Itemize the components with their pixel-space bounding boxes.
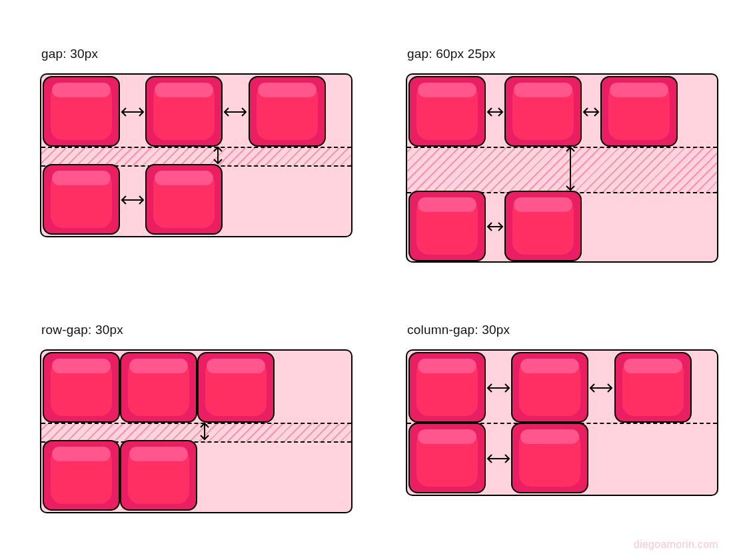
flex-item xyxy=(408,76,486,147)
column-gap-arrow-icon xyxy=(486,106,504,118)
panel-gap-30: gap: 30px xyxy=(40,47,353,263)
flex-item xyxy=(120,352,197,423)
flex-item xyxy=(43,440,120,511)
panel-row-gap-30: row-gap: 30px xyxy=(40,323,353,513)
panel-label: gap: 60px 25px xyxy=(407,47,718,61)
panel-label: column-gap: 30px xyxy=(407,323,718,337)
row-gap-indicator xyxy=(407,147,717,193)
column-gap-arrow-icon xyxy=(121,194,145,206)
column-gap-arrow-icon xyxy=(486,221,504,233)
flex-item xyxy=(600,76,678,147)
panel-grid: gap: 30px xyxy=(40,47,693,513)
flex-item xyxy=(408,352,486,423)
panel-label: row-gap: 30px xyxy=(41,323,353,337)
column-gap-arrow-icon xyxy=(223,106,247,118)
flex-item xyxy=(249,76,326,147)
flex-item xyxy=(43,76,120,147)
flex-item xyxy=(614,352,692,423)
column-gap-arrow-icon xyxy=(582,106,600,118)
column-gap-arrow-icon xyxy=(121,106,145,118)
column-gap-arrow-icon xyxy=(486,382,510,394)
flex-container xyxy=(406,73,718,263)
flex-item xyxy=(197,352,275,423)
flex-item xyxy=(408,191,486,261)
flex-item xyxy=(120,440,197,511)
flex-item xyxy=(511,423,588,493)
column-gap-arrow-icon xyxy=(486,453,510,465)
flex-item xyxy=(43,164,120,235)
flex-item xyxy=(43,352,120,423)
flex-item xyxy=(504,76,582,147)
flex-item xyxy=(504,191,582,261)
flex-container xyxy=(406,349,718,496)
flex-item xyxy=(408,423,486,493)
diagram-page: gap: 30px xyxy=(0,0,733,560)
panel-label: gap: 30px xyxy=(41,47,353,61)
flex-container xyxy=(40,349,353,513)
flex-item xyxy=(145,76,223,147)
panel-column-gap-30: column-gap: 30px xyxy=(406,323,718,513)
flex-item xyxy=(511,352,588,423)
flex-item xyxy=(145,164,223,235)
column-gap-arrow-icon xyxy=(589,382,613,394)
attribution: diegoamorin.com xyxy=(634,539,718,551)
panel-gap-60-25: gap: 60px 25px xyxy=(406,47,718,263)
flex-container xyxy=(40,73,353,237)
